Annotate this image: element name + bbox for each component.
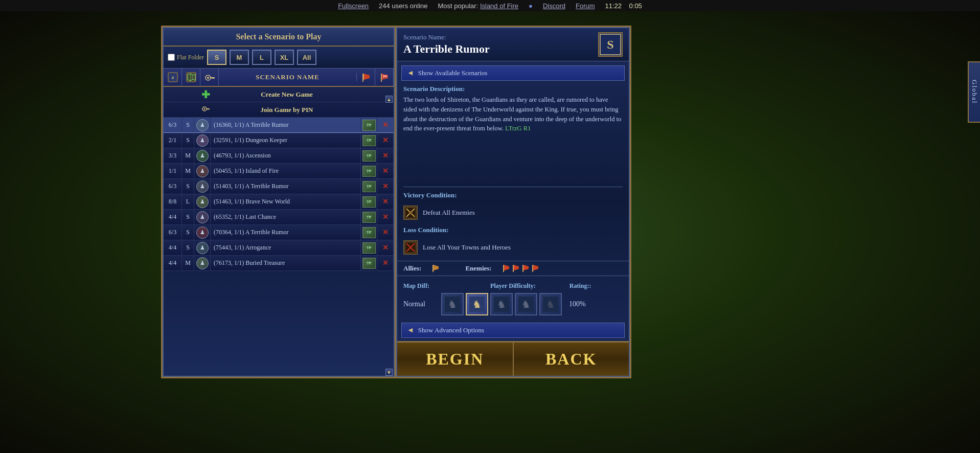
begin-button[interactable]: BEGIN xyxy=(397,343,514,376)
scenario-row[interactable]: 4/4 M ♟ (76173, 1/1) Buried Treasure 🗺 ✕ xyxy=(164,256,394,271)
scenario-ratio: 4/4 xyxy=(164,240,182,255)
scenario-row[interactable]: 6/3 S ♟ (70364, 1/1) A Terrible Rumor 🗺 … xyxy=(164,225,394,240)
scenario-remove-icon[interactable]: ✕ xyxy=(377,194,394,209)
svg-marker-37 xyxy=(514,265,519,270)
scenario-name-cell: (65352, 1/1) Last Chance xyxy=(211,210,361,224)
svg-rect-40 xyxy=(532,265,533,272)
scenario-name-header: Scenario Name: A Terrible Rumor S xyxy=(397,28,629,61)
scenario-size: S xyxy=(182,179,194,194)
forum-link[interactable]: Forum xyxy=(576,2,595,10)
show-available-scenarios-btn[interactable]: ◄ Show Available Scenarios xyxy=(401,65,625,81)
scenario-ratio: 3/3 xyxy=(164,148,182,163)
scenario-name-column-header[interactable]: SCENARIO NAME xyxy=(219,73,357,81)
scenario-remove-icon[interactable]: ✕ xyxy=(377,118,394,132)
sort-by-map-btn[interactable] xyxy=(182,68,200,86)
scenario-size: S xyxy=(182,240,194,255)
size-btn-l[interactable]: L xyxy=(252,50,271,65)
description-label: Scenario Description: xyxy=(403,85,623,93)
scenario-avatar: ♟ xyxy=(194,210,211,224)
discord-link[interactable]: Discord xyxy=(543,2,565,10)
action-rows: ✚ Create New Game Join Game by PIN xyxy=(164,87,394,118)
description-code-link[interactable]: LTrzG R1 xyxy=(505,125,531,132)
difficulty-2-btn[interactable]: ♞ xyxy=(466,293,488,315)
global-tab[interactable]: Global xyxy=(968,61,980,123)
scenario-map-icon: 🗺 xyxy=(361,179,377,194)
scenario-name-cell: (76173, 1/1) Buried Treasure xyxy=(211,256,361,270)
scenario-avatar: ♟ xyxy=(194,179,211,194)
size-btn-all[interactable]: All xyxy=(297,50,316,65)
size-btn-s[interactable]: S xyxy=(207,50,226,65)
scenario-row[interactable]: 6/3 S ♟ (51403, 1/1) A Terrible Rumor 🗺 … xyxy=(164,179,394,194)
flat-folder-checkbox[interactable] xyxy=(168,54,175,61)
discord-icon: ● xyxy=(529,2,533,10)
svg-rect-34 xyxy=(503,265,504,272)
sort-by-remove-btn[interactable] xyxy=(375,68,394,86)
scenario-remove-icon[interactable]: ✕ xyxy=(377,148,394,163)
scroll-down-btn[interactable]: ▼ xyxy=(385,369,393,376)
scenario-map-icon: 🗺 xyxy=(361,133,377,148)
loss-condition-text: Lose All Your Towns and Heroes xyxy=(423,243,511,252)
most-popular-value[interactable]: Island of Fire xyxy=(480,2,518,10)
fullscreen-link[interactable]: Fullscreen xyxy=(338,2,369,10)
flat-folder-label[interactable]: Flat Folder xyxy=(168,54,204,61)
size-btn-xl[interactable]: XL xyxy=(275,50,294,65)
scenario-remove-icon[interactable]: ✕ xyxy=(377,210,394,224)
scenario-thumbnail: S xyxy=(598,32,623,57)
svg-marker-41 xyxy=(533,265,538,270)
scenario-name-cell: (75443, 1/1) Arrogance xyxy=(211,240,361,255)
scenario-map-icon: 🗺 xyxy=(361,240,377,255)
join-game-icon xyxy=(196,105,215,115)
victory-condition-label: Victory Condition: xyxy=(397,189,629,199)
create-new-game-row[interactable]: ✚ Create New Game xyxy=(164,87,394,102)
scenario-remove-icon[interactable]: ✕ xyxy=(377,256,394,270)
difficulty-5-btn[interactable]: ♞ xyxy=(539,293,562,315)
scenario-row[interactable]: 4/4 S ♟ (65352, 1/1) Last Chance 🗺 ✕ xyxy=(164,210,394,225)
difficulty-1-btn[interactable]: ♞ xyxy=(441,293,464,315)
scenario-remove-icon[interactable]: ✕ xyxy=(377,133,394,148)
size-btn-m[interactable]: M xyxy=(230,50,249,65)
left-panel: Select a Scenario to Play Flat Folder S … xyxy=(161,26,396,378)
scenario-ratio: 8/8 xyxy=(164,194,182,209)
ally-flags xyxy=(431,264,440,273)
scenario-size: S xyxy=(182,225,194,240)
create-game-label: Create New Game xyxy=(215,90,359,99)
scenario-row[interactable]: 3/3 M ♟ (46793, 1/1) Ascension 🗺 ✕ xyxy=(164,148,394,164)
svg-marker-39 xyxy=(523,265,529,270)
users-online: 244 users online xyxy=(379,2,427,10)
svg-marker-35 xyxy=(504,265,509,270)
scenario-ratio: 4/4 xyxy=(164,210,182,224)
scenario-remove-icon[interactable]: ✕ xyxy=(377,225,394,240)
scenario-name-cell: (46793, 1/1) Ascension xyxy=(211,148,361,163)
scenario-ratio: 1/1 xyxy=(164,164,182,178)
scenario-name-cell: (51403, 1/1) A Terrible Rumor xyxy=(211,179,361,194)
back-button[interactable]: BACK xyxy=(514,343,629,376)
scenario-avatar: ♟ xyxy=(194,194,211,209)
loss-condition-row: Lose All Your Towns and Heroes xyxy=(397,238,629,257)
svg-point-28 xyxy=(409,211,412,214)
rating-label: Rating:: xyxy=(569,282,623,290)
enemies-label: Enemies: xyxy=(465,264,491,273)
scenario-row[interactable]: 8/8 L ♟ (51463, 1/1) Brave New World 🗺 ✕ xyxy=(164,194,394,210)
scenario-row[interactable]: 1/1 M ♟ (50455, 1/1) Island of Fire 🗺 ✕ xyxy=(164,164,394,179)
scenario-avatar: ♟ xyxy=(194,133,211,148)
show-advanced-options-btn[interactable]: ◄ Show Advanced Options xyxy=(401,323,625,338)
scenario-row[interactable]: 4/4 S ♟ (75443, 1/1) Arrogance 🗺 ✕ xyxy=(164,240,394,256)
difficulty-4-btn[interactable]: ♞ xyxy=(515,293,537,315)
scenario-row[interactable]: 2/1 S ♟ (32591, 1/1) Dungeon Keeper 🗺 ✕ xyxy=(164,133,394,148)
loss-icon xyxy=(403,240,418,255)
scenario-remove-icon[interactable]: ✕ xyxy=(377,179,394,194)
scenario-row[interactable]: 6/3 S ♟ (16360, 1/1) A Terrible Rumor 🗺 … xyxy=(164,118,394,133)
allies-label: Allies: xyxy=(403,264,421,273)
sort-by-key-btn[interactable] xyxy=(200,68,219,86)
scenario-remove-icon[interactable]: ✕ xyxy=(377,164,394,178)
scroll-up-btn[interactable]: ▲ xyxy=(385,96,393,103)
scenario-remove-icon[interactable]: ✕ xyxy=(377,240,394,255)
join-game-pin-row[interactable]: Join Game by PIN xyxy=(164,102,394,118)
sort-by-ratio-btn[interactable]: # xyxy=(164,68,182,86)
svg-marker-11 xyxy=(363,74,370,80)
scenario-size: L xyxy=(182,194,194,209)
svg-rect-21 xyxy=(208,108,209,110)
sort-by-flag-btn[interactable] xyxy=(357,68,375,86)
difficulty-3-btn[interactable]: ♞ xyxy=(490,293,513,315)
scenario-map-icon: 🗺 xyxy=(361,148,377,163)
